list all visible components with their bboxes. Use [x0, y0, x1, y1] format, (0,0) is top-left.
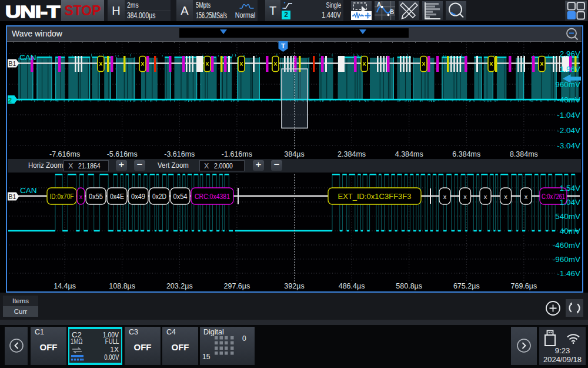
svg-text:EXT_ID:0x1C3FF3F3: EXT_ID:0x1C3FF3F3	[338, 192, 412, 201]
svg-text:0x4E: 0x4E	[110, 192, 124, 201]
svg-text:4.384ms: 4.384ms	[395, 150, 423, 158]
svg-text:CRC:0x4381: CRC:0x4381	[195, 192, 230, 201]
svg-text:486.4µs: 486.4µs	[339, 282, 365, 290]
svg-text:-40mV: -40mV	[557, 95, 580, 104]
svg-text:2.96V: 2.96V	[560, 49, 580, 58]
svg-text:-2.04V: -2.04V	[557, 126, 580, 135]
svg-text:T: T	[281, 42, 285, 49]
svg-text:x: x	[463, 193, 467, 200]
svg-text:0x2D: 0x2D	[152, 192, 166, 201]
svg-text:203.2µs: 203.2µs	[166, 282, 193, 290]
svg-text:769.6µs: 769.6µs	[511, 282, 537, 290]
svg-text:960mV: 960mV	[555, 80, 580, 89]
svg-text:x: x	[484, 193, 487, 200]
svg-text:B1: B1	[9, 193, 16, 200]
svg-text:2: 2	[8, 97, 12, 104]
svg-text:14.4µs: 14.4µs	[54, 282, 76, 290]
svg-text:8.384ms: 8.384ms	[510, 150, 538, 158]
svg-text:-460mV: -460mV	[553, 241, 580, 250]
svg-text:1.54V: 1.54V	[560, 184, 580, 193]
svg-text:297.6µs: 297.6µs	[224, 282, 250, 290]
svg-text:108.8µs: 108.8µs	[109, 282, 135, 290]
svg-text:-3.616ms: -3.616ms	[164, 150, 195, 158]
svg-text:-7.616ms: -7.616ms	[49, 150, 80, 158]
svg-text:0x49: 0x49	[131, 192, 145, 201]
svg-text:-960mV: -960mV	[553, 255, 580, 264]
svg-text:384µs: 384µs	[284, 150, 304, 158]
svg-text:1.04V: 1.04V	[560, 198, 580, 207]
svg-text:6.384ms: 6.384ms	[452, 150, 480, 158]
svg-text:ID:0x70F: ID:0x70F	[50, 192, 74, 201]
svg-text:CAN: CAN	[19, 53, 36, 62]
svg-text:x: x	[524, 193, 528, 200]
svg-text:0x55: 0x55	[89, 192, 103, 201]
svg-text:CAN: CAN	[20, 186, 37, 195]
svg-text:-1.04V: -1.04V	[557, 111, 580, 120]
svg-text:0x54: 0x54	[173, 192, 188, 201]
svg-text:x: x	[79, 193, 83, 200]
svg-text:580.8µs: 580.8µs	[396, 282, 422, 290]
svg-text:40mV: 40mV	[560, 227, 580, 236]
svg-text:UNI-T: UNI-T	[5, 2, 60, 21]
svg-text:675.2µs: 675.2µs	[453, 282, 480, 290]
svg-text:-3.04V: -3.04V	[557, 141, 580, 150]
svg-text:392µs: 392µs	[284, 282, 304, 290]
svg-text:x: x	[443, 193, 447, 200]
svg-text:-1.616ms: -1.616ms	[222, 150, 252, 158]
svg-text:B: B	[390, 9, 394, 15]
svg-text:-1.46V: -1.46V	[557, 269, 580, 278]
svg-text:x: x	[504, 193, 507, 200]
svg-text:-5.616ms: -5.616ms	[107, 150, 138, 158]
svg-text:B1: B1	[9, 60, 16, 67]
svg-text:2.384ms: 2.384ms	[338, 150, 366, 158]
svg-text:A: A	[377, 1, 381, 8]
svg-text:1.96V: 1.96V	[560, 65, 580, 74]
svg-text:540mV: 540mV	[555, 212, 580, 221]
